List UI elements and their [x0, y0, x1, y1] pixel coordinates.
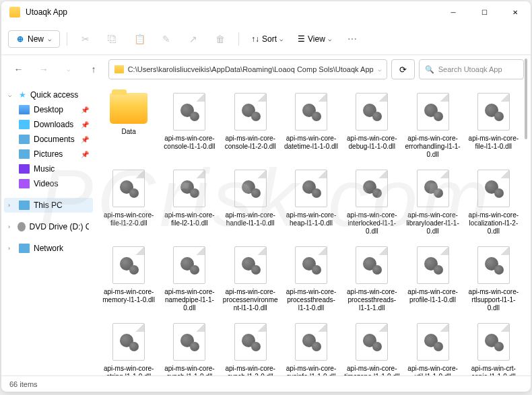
status-bar: 66 items [1, 375, 531, 392]
file-item[interactable]: api-ms-win-core-sysinfo-l1-1-0.dll [282, 320, 340, 375]
window-title: Utoaqk App [26, 7, 438, 17]
refresh-button[interactable]: ⟳ [391, 59, 415, 79]
file-item[interactable]: api-ms-win-core-processthreads-l1-1-0.dl… [282, 244, 340, 315]
file-item[interactable]: api-ms-win-core-profile-l1-1-0.dll [403, 244, 461, 315]
paste-button[interactable]: 📋 [128, 28, 151, 50]
file-item[interactable]: api-ms-win-core-processthreads-l1-1-1.dl… [343, 244, 401, 315]
file-item[interactable]: api-ms-win-core-synch-l1-1-0.dll [160, 320, 218, 375]
documents-icon [19, 135, 30, 144]
window-controls: ─ ☐ ✕ [438, 1, 531, 23]
folder-icon [9, 7, 20, 17]
file-item[interactable]: api-ms-win-core-debug-l1-1-0.dll [343, 90, 401, 161]
file-list[interactable]: Dataapi-ms-win-core-console-l1-1-0.dllap… [96, 83, 531, 375]
file-item[interactable]: api-ms-win-core-errorhandling-l1-1-0.dll [403, 90, 461, 161]
dll-icon [356, 93, 388, 131]
address-bar[interactable]: C:\Users\karolisliucveikis\AppData\Roami… [108, 59, 387, 79]
dll-icon [356, 170, 388, 207]
sidebar-item-this-pc[interactable]: › This PC [4, 198, 93, 213]
downloads-icon [19, 120, 30, 129]
more-button[interactable]: ⋯ [341, 28, 364, 50]
new-button[interactable]: ⊕ New ⌵ [8, 30, 60, 48]
file-item[interactable]: api-ms-win-core-string-l1-1-0.dll [100, 320, 158, 375]
item-label: api-ms-win-core-file-l1-2-0.dll [101, 211, 156, 227]
file-item[interactable]: api-ms-win-core-memory-l1-1-0.dll [100, 244, 158, 315]
file-item[interactable]: api-ms-win-core-console-l1-1-0.dll [160, 90, 218, 161]
file-item[interactable]: api-ms-win-core-localization-l1-2-0.dll [465, 167, 523, 238]
chevron-down-icon[interactable]: ⌵ [8, 92, 15, 98]
share-button[interactable]: ↗ [182, 28, 205, 50]
scrollbar[interactable] [523, 59, 529, 382]
item-label: api-ms-win-core-namedpipe-l1-1-0.dll [162, 288, 217, 312]
close-button[interactable]: ✕ [500, 1, 531, 23]
maximize-button[interactable]: ☐ [469, 1, 500, 23]
view-button[interactable]: ☰ View ⌵ [292, 34, 337, 44]
desktop-icon [19, 105, 30, 114]
item-label: api-ms-win-core-memory-l1-1-0.dll [101, 288, 156, 304]
delete-button[interactable]: 🗑 [209, 28, 232, 50]
item-label: api-ms-win-core-processthreads-l1-1-1.dl… [344, 288, 399, 312]
sort-button[interactable]: ↑↓ Sort ⌵ [246, 34, 288, 44]
item-label: Data [122, 128, 136, 136]
item-label: api-ms-win-core-interlocked-l1-1-0.dll [344, 211, 399, 236]
up-button[interactable]: ↑ [83, 59, 104, 80]
search-input[interactable]: 🔍 Search Utoaqk App [419, 59, 524, 79]
dll-icon [356, 246, 388, 284]
sidebar-item-pictures[interactable]: Pictures📌 [4, 147, 93, 161]
chevron-down-icon[interactable]: ⌵ [58, 59, 79, 80]
file-item[interactable]: api-ms-win-core-rtlsupport-l1-1-0.dll [465, 244, 523, 315]
sidebar-item-music[interactable]: Music [4, 161, 93, 176]
sidebar-item-quick-access[interactable]: ⌵ ★ Quick access [4, 87, 93, 102]
sidebar-item-desktop[interactable]: Desktop📌 [4, 102, 93, 117]
chevron-right-icon[interactable]: › [8, 245, 15, 252]
dll-icon [477, 323, 510, 361]
pictures-icon [19, 149, 30, 159]
item-label: api-ms-win-core-processenvironment-l1-1-… [223, 288, 278, 312]
pin-icon: 📌 [81, 106, 89, 114]
chevron-right-icon[interactable]: › [8, 223, 13, 230]
file-item[interactable]: api-ms-win-core-datetime-l1-1-0.dll [282, 90, 340, 161]
folder-icon [114, 65, 124, 73]
file-item[interactable]: api-ms-win-core-namedpipe-l1-1-0.dll [160, 244, 218, 315]
sidebar-item-documents[interactable]: Documents📌 [4, 132, 93, 147]
folder-item[interactable]: Data [100, 90, 158, 161]
navbar: ← → ⌵ ↑ C:\Users\karolisliucveikis\AppDa… [1, 55, 531, 83]
sort-icon: ↑↓ [251, 34, 259, 44]
star-icon: ★ [19, 90, 26, 100]
cut-button[interactable]: ✂ [74, 28, 97, 50]
item-label: api-ms-win-core-debug-l1-1-0.dll [344, 135, 399, 151]
file-item[interactable]: api-ms-win-core-interlocked-l1-1-0.dll [343, 167, 401, 238]
file-item[interactable]: api-ms-win-core-file-l1-2-0.dll [100, 167, 158, 238]
dll-icon [234, 323, 267, 361]
sidebar-item-videos[interactable]: Videos [4, 176, 93, 191]
file-item[interactable]: api-ms-win-core-console-l1-2-0.dll [222, 90, 279, 161]
chevron-down-icon[interactable]: ⌵ [378, 66, 381, 73]
file-item[interactable]: api-ms-win-core-handle-l1-1-0.dll [222, 167, 279, 238]
dll-icon [417, 93, 449, 131]
file-item[interactable]: api-ms-win-core-synch-l1-2-0.dll [222, 320, 279, 375]
minimize-button[interactable]: ─ [438, 1, 469, 23]
copy-button[interactable]: ⿻ [101, 28, 124, 50]
dll-icon [112, 323, 145, 361]
file-item[interactable]: api-ms-win-core-processenvironment-l1-1-… [222, 244, 279, 315]
scroll-thumb[interactable] [525, 59, 527, 139]
sidebar-item-downloads[interactable]: Downloads📌 [4, 117, 93, 132]
search-placeholder: Search Utoaqk App [438, 65, 502, 73]
titlebar[interactable]: Utoaqk App ─ ☐ ✕ [1, 1, 531, 23]
sidebar-item-dvd[interactable]: › DVD Drive (D:) CCCC [4, 219, 93, 234]
file-item[interactable]: api-ms-win-core-util-l1-1-0.dll [403, 320, 461, 375]
rename-button[interactable]: ✎ [155, 28, 178, 50]
file-item[interactable]: api-ms-win-core-file-l2-1-0.dll [160, 167, 218, 238]
back-button[interactable]: ← [8, 59, 29, 80]
forward-button[interactable]: → [33, 59, 54, 80]
item-label: api-ms-win-core-console-l1-1-0.dll [162, 135, 217, 151]
file-item[interactable]: api-ms-win-core-libraryloader-l1-1-0.dll [403, 167, 461, 238]
sidebar-item-network[interactable]: › Network [4, 241, 93, 256]
file-item[interactable]: api-ms-win-crt-conio-l1-1-0.dll [465, 320, 523, 375]
dll-icon [234, 93, 267, 131]
file-item[interactable]: api-ms-win-core-file-l1-1-0.dll [465, 90, 523, 161]
file-item[interactable]: api-ms-win-core-timezone-l1-1-0.dll [343, 320, 401, 375]
file-item[interactable]: api-ms-win-core-heap-l1-1-0.dll [282, 167, 340, 238]
chevron-right-icon[interactable]: › [8, 202, 15, 209]
item-label: api-ms-win-core-string-l1-1-0.dll [101, 365, 156, 375]
dll-icon [173, 93, 205, 131]
